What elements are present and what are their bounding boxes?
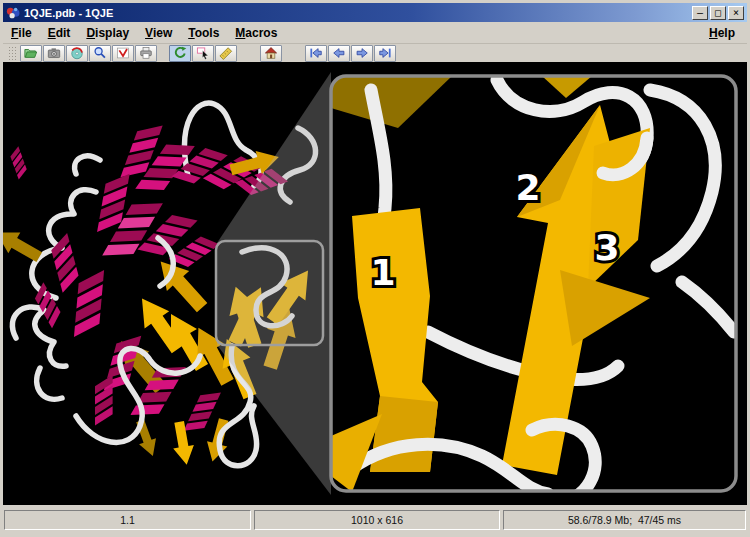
menu-view[interactable]: View — [137, 23, 180, 43]
printer-icon — [139, 46, 153, 60]
menu-edit[interactable]: Edit — [40, 23, 79, 43]
close-button[interactable]: × — [728, 6, 744, 20]
rotate-button[interactable] — [169, 45, 191, 62]
status-bar: 1.1 1010 x 616 58.6/78.9 Mb; 47/45 ms — [3, 505, 747, 534]
toolbar — [3, 44, 747, 62]
magnifier-icon — [93, 46, 107, 60]
molecule-canvas[interactable]: 1 2 3 — [3, 62, 747, 505]
toolbar-drag-handle[interactable] — [8, 46, 17, 60]
menu-macros[interactable]: Macros — [227, 23, 285, 43]
first-arrow-icon — [309, 46, 323, 60]
status-dimensions: 1010 x 616 — [254, 510, 500, 530]
menu-bar: File Edit Display View Tools Macros Help — [3, 22, 747, 44]
screenshot-button[interactable] — [43, 45, 65, 62]
go-previous-button[interactable] — [328, 45, 350, 62]
export-cd-button[interactable] — [66, 45, 88, 62]
window-title: 1QJE.pdb - 1QJE — [24, 7, 690, 19]
status-scale: 1.1 — [4, 510, 251, 530]
open-file-button[interactable] — [20, 45, 42, 62]
cd-write-icon — [70, 46, 84, 60]
menu-file[interactable]: File — [3, 23, 40, 43]
next-arrow-icon — [355, 46, 369, 60]
menu-help[interactable]: Help — [701, 23, 743, 43]
strand-label-3: 3 — [594, 227, 619, 268]
rotate-spiral-icon — [173, 46, 187, 60]
strand-label-2: 2 — [515, 167, 540, 208]
zoom-inset: 1 2 3 — [331, 76, 736, 502]
title-bar[interactable]: 1QJE.pdb - 1QJE – □ × — [3, 3, 747, 22]
export-vector-button[interactable] — [112, 45, 134, 62]
strand-label-1: 1 — [370, 252, 395, 293]
app-icon — [6, 6, 20, 20]
menu-tools[interactable]: Tools — [180, 23, 227, 43]
last-arrow-icon — [378, 46, 392, 60]
go-first-button[interactable] — [305, 45, 327, 62]
go-last-button[interactable] — [374, 45, 396, 62]
open-folder-icon — [24, 46, 38, 60]
ruler-icon — [219, 46, 233, 60]
vector-export-icon — [116, 46, 130, 60]
zoom-button[interactable] — [89, 45, 111, 62]
app-window: 1QJE.pdb - 1QJE – □ × File Edit Display … — [0, 0, 750, 537]
previous-arrow-icon — [332, 46, 346, 60]
home-button[interactable] — [260, 45, 282, 62]
measure-button[interactable] — [215, 45, 237, 62]
minimize-button[interactable]: – — [692, 6, 708, 20]
go-next-button[interactable] — [351, 45, 373, 62]
home-icon — [264, 46, 278, 60]
maximize-button[interactable]: □ — [710, 6, 726, 20]
camera-icon — [47, 46, 61, 60]
pick-atom-button[interactable] — [192, 45, 214, 62]
select-cursor-icon — [196, 46, 210, 60]
ribbon-scene: 1 2 3 — [3, 62, 747, 505]
menu-display[interactable]: Display — [78, 23, 137, 43]
status-memory: 58.6/78.9 Mb; 47/45 ms — [503, 510, 746, 530]
print-button[interactable] — [135, 45, 157, 62]
